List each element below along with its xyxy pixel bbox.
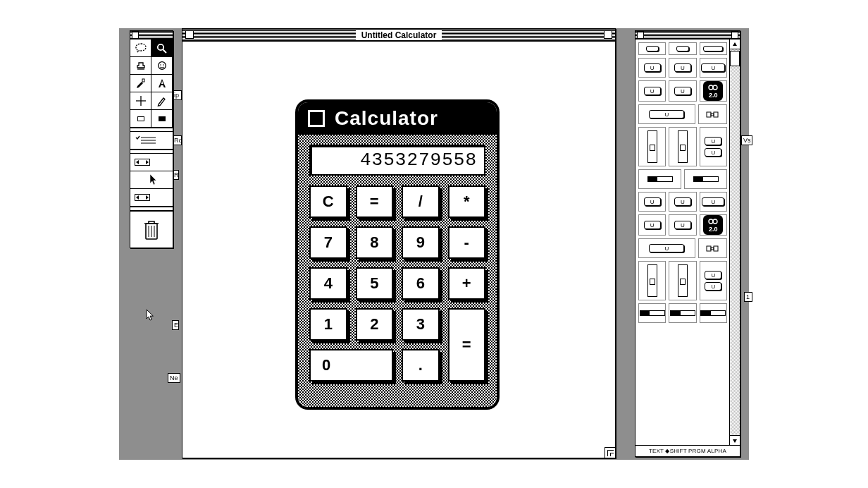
calc-key-9[interactable]: 9	[402, 226, 440, 259]
calculator-system-box-icon[interactable]	[308, 110, 325, 127]
comp-button-small-2[interactable]	[669, 42, 696, 55]
tool-stamp[interactable]	[130, 56, 151, 75]
mouse-cursor-icon	[146, 309, 156, 322]
comp-button-u-wide-3[interactable]: U	[638, 238, 695, 258]
tool-text[interactable]	[151, 74, 173, 92]
peek-num: 1	[744, 292, 752, 302]
comp-button-u-7[interactable]: U	[700, 192, 727, 212]
svg-rect-20	[711, 114, 714, 116]
comp-slider-v-2[interactable]	[669, 127, 696, 166]
chip-icon: 2.0	[703, 215, 723, 235]
tool-prev-next-1[interactable]	[130, 153, 173, 171]
calc-key-6[interactable]: 6	[402, 267, 440, 300]
comp-button-u-9[interactable]: U	[669, 214, 696, 236]
calc-key-equals-1[interactable]: =	[356, 185, 394, 218]
tool-trash[interactable]	[130, 211, 173, 248]
comp-chip-1[interactable]: 2.0	[700, 80, 727, 102]
scrollbar-thumb[interactable]	[730, 51, 740, 66]
calc-key-4[interactable]: 4	[309, 267, 347, 300]
comp-button-u-8[interactable]: U	[638, 214, 666, 236]
comp-button-u-3[interactable]: U	[638, 80, 666, 102]
svg-rect-23	[707, 246, 711, 251]
calc-key-1[interactable]: 1	[309, 308, 347, 341]
comp-slider-v-4[interactable]	[669, 261, 696, 300]
tool-checklist[interactable]	[130, 131, 173, 150]
svg-point-5	[163, 64, 164, 66]
scrollbar-down-arrow[interactable]	[730, 435, 740, 445]
comp-button-small-1[interactable]	[638, 42, 666, 55]
comp-button-u-2[interactable]: U	[669, 58, 696, 78]
tool-rect-empty[interactable]	[130, 109, 151, 128]
comp-progress-4[interactable]	[669, 303, 696, 323]
calc-key-0[interactable]: 0	[309, 349, 393, 382]
peek-ro: Ro	[172, 135, 182, 145]
chip-icon: 2.0	[703, 81, 723, 101]
comp-button-u-6[interactable]: U	[669, 192, 696, 212]
calc-key-plus[interactable]: +	[448, 267, 486, 300]
svg-rect-24	[714, 246, 718, 251]
tool-palette[interactable]	[130, 30, 173, 248]
svg-point-4	[160, 64, 161, 66]
window-close-box[interactable]	[185, 30, 194, 39]
calc-key-2[interactable]: 2	[356, 308, 394, 341]
scrollbar-track[interactable]	[730, 49, 740, 435]
calc-key-8[interactable]: 8	[356, 226, 394, 259]
comp-progress-2[interactable]	[684, 169, 727, 189]
tool-smiley[interactable]	[151, 56, 173, 75]
scrollbar-up-arrow[interactable]	[730, 39, 740, 49]
comp-button-u-wide-2[interactable]: U	[638, 104, 695, 124]
tool-crosshair[interactable]	[130, 92, 151, 110]
comp-icon-binoculars-1[interactable]	[698, 104, 727, 124]
calc-key-3[interactable]: 3	[402, 308, 440, 341]
comp-progress-1[interactable]	[638, 169, 681, 189]
calculator-titlebar[interactable]: Calculator	[298, 102, 497, 135]
calc-key-7[interactable]: 7	[309, 226, 347, 259]
component-palette[interactable]: U U U U U 2.0 U U	[635, 30, 740, 457]
window-zoom-box[interactable]	[604, 30, 612, 39]
tool-lasso[interactable]	[130, 39, 151, 57]
tool-palette-header[interactable]	[130, 31, 173, 39]
comp-slider-v-3[interactable]	[638, 261, 666, 300]
calc-key-clear[interactable]: C	[309, 185, 347, 218]
svg-rect-6	[142, 79, 144, 82]
calc-key-multiply[interactable]: *	[448, 185, 486, 218]
comp-button-u-4[interactable]: U	[669, 80, 696, 102]
window-titlebar[interactable]: Untitled Calculator	[182, 29, 615, 42]
document-window: Untitled Calculator Calculator 435327955…	[182, 28, 616, 458]
calc-key-5[interactable]: 5	[356, 267, 394, 300]
binoculars-icon	[705, 244, 719, 252]
component-palette-scroll: U U U U U 2.0 U U	[636, 39, 740, 445]
tool-brush[interactable]	[130, 74, 151, 92]
calculator-body: 4353279558 C = / * 7 8 9 - 4 5 6 + 1 2	[298, 135, 497, 407]
calculator-frame: Calculator 4353279558 C = / * 7 8 9 - 4 …	[298, 102, 497, 407]
component-palette-header[interactable]	[636, 31, 740, 39]
comp-button-small-3[interactable]	[700, 42, 727, 55]
comp-icon-binoculars-2[interactable]	[698, 238, 727, 258]
svg-line-1	[163, 49, 166, 53]
calc-key-divide[interactable]: /	[402, 185, 440, 218]
comp-slider-v-1[interactable]	[638, 127, 666, 166]
calc-key-equals-2[interactable]: =	[448, 308, 486, 382]
tool-prev-next-2[interactable]	[130, 188, 173, 207]
comp-button-u-1[interactable]: U	[638, 58, 666, 78]
comp-progress-5[interactable]	[700, 303, 727, 323]
comp-button-u-wide[interactable]: U	[700, 58, 727, 78]
svg-point-16	[709, 85, 713, 90]
component-palette-scrollbar[interactable]	[729, 39, 740, 445]
calc-key-decimal[interactable]: .	[402, 349, 440, 382]
component-palette-footer: TEXT ◆SHIFT PRGM ALPHA	[636, 445, 740, 456]
tool-pencil[interactable]	[151, 92, 173, 110]
comp-stack-1[interactable]: U U	[700, 127, 727, 166]
comp-progress-3[interactable]	[638, 303, 666, 323]
tool-rect-filled[interactable]	[151, 109, 173, 128]
comp-chip-2[interactable]: 2.0	[700, 214, 727, 236]
svg-rect-18	[707, 112, 711, 117]
tool-magnify[interactable]	[151, 39, 173, 57]
calc-key-minus[interactable]: -	[448, 226, 486, 259]
comp-stack-2[interactable]: U U	[700, 261, 727, 300]
window-grow-box[interactable]	[604, 447, 616, 458]
trash-icon	[142, 218, 161, 242]
calculator-widget[interactable]: Calculator 4353279558 C = / * 7 8 9 - 4 …	[295, 99, 500, 410]
comp-button-u-5[interactable]: U	[638, 192, 666, 212]
tool-pointer[interactable]	[130, 171, 173, 189]
